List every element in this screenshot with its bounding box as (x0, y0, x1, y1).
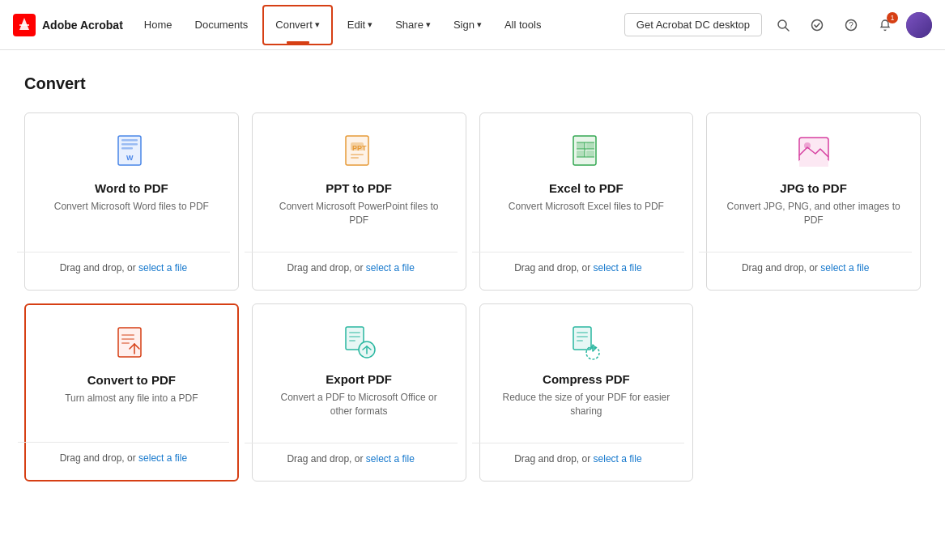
notifications-button[interactable]: 1 (872, 12, 898, 38)
select-file-link-export[interactable]: select a file (366, 453, 415, 465)
app-logo[interactable]: Adobe Acrobat (13, 14, 123, 36)
nav-home[interactable]: Home (133, 0, 184, 50)
tool-card-jpg-to-pdf[interactable]: JPG to PDF Convert JPG, PNG, and other i… (706, 112, 921, 291)
svg-point-3 (812, 19, 823, 30)
tool-card-export-pdf[interactable]: Export PDF Convert a PDF to Microsoft Of… (252, 303, 466, 482)
tool-name-ppt-to-pdf: PPT to PDF (326, 181, 392, 195)
svg-rect-41 (577, 336, 588, 337)
svg-rect-35 (349, 336, 360, 337)
nav-links: Home Documents Convert ▾ Edit ▾ Share ▾ … (133, 0, 624, 50)
help-button[interactable]: ? (838, 12, 864, 38)
select-file-link-convert[interactable]: select a file (138, 452, 187, 464)
tool-card-excel-to-pdf[interactable]: Excel to PDF Convert Microsoft Excel fil… (479, 112, 694, 291)
svg-rect-40 (577, 332, 588, 333)
svg-rect-14 (351, 157, 359, 159)
svg-rect-19 (577, 151, 585, 157)
tool-name-word-to-pdf: Word to PDF (95, 181, 168, 195)
svg-rect-42 (577, 340, 583, 342)
select-file-link-jpg[interactable]: select a file (820, 262, 869, 274)
svg-rect-13 (351, 154, 364, 155)
tools-grid: W Word to PDF Convert Microsoft Word fil… (24, 112, 921, 482)
svg-text:PPT: PPT (352, 144, 367, 152)
select-file-link-ppt[interactable]: select a file (366, 262, 415, 274)
nav-sign[interactable]: Sign ▾ (442, 0, 493, 50)
tool-action-jpg-to-pdf: Drag and drop, or select a file (699, 252, 912, 274)
nav-edit[interactable]: Edit ▾ (336, 0, 384, 50)
ppt-icon: PPT (339, 133, 378, 172)
app-name: Adobe Acrobat (42, 19, 123, 32)
tool-name-compress-pdf: Compress PDF (543, 372, 630, 386)
svg-rect-31 (121, 342, 130, 344)
svg-rect-34 (349, 332, 360, 333)
tool-desc-convert-to-pdf: Turn almost any file into a PDF (65, 392, 198, 429)
svg-rect-7 (121, 139, 138, 142)
tool-action-excel-to-pdf: Drag and drop, or select a file (472, 252, 685, 274)
navbar-right: Get Acrobat DC desktop ? 1 (624, 12, 932, 38)
tool-action-word-to-pdf: Drag and drop, or select a file (17, 252, 230, 274)
help-icon: ? (845, 19, 858, 32)
tool-name-convert-to-pdf: Convert to PDF (87, 373, 176, 387)
nav-share[interactable]: Share ▾ (384, 0, 442, 50)
notification-badge: 1 (887, 12, 898, 23)
export-pdf-icon (339, 324, 378, 363)
svg-rect-28 (118, 328, 141, 357)
select-file-link-compress[interactable]: select a file (594, 453, 642, 465)
tool-desc-export-pdf: Convert a PDF to Microsoft Office or oth… (269, 391, 449, 430)
avatar-image (906, 12, 932, 38)
svg-rect-17 (577, 142, 585, 149)
tool-card-compress-pdf[interactable]: Compress PDF Reduce the size of your PDF… (479, 303, 694, 482)
tool-name-excel-to-pdf: Excel to PDF (549, 181, 624, 195)
svg-rect-29 (121, 334, 134, 336)
check-button[interactable] (804, 12, 830, 38)
check-circle-icon (811, 19, 824, 32)
svg-rect-39 (573, 327, 591, 350)
select-file-link-word[interactable]: select a file (138, 262, 187, 274)
get-acrobat-button[interactable]: Get Acrobat DC desktop (624, 13, 762, 36)
svg-rect-36 (349, 340, 355, 342)
acrobat-logo-icon (13, 14, 36, 36)
tool-desc-jpg-to-pdf: Convert JPG, PNG, and other images to PD… (723, 200, 904, 239)
main-content: Convert W Word to PDF Convert Microsoft … (0, 50, 945, 506)
tool-card-word-to-pdf[interactable]: W Word to PDF Convert Microsoft Word fil… (24, 112, 239, 291)
convert-to-pdf-icon (112, 325, 151, 363)
select-file-link-excel[interactable]: select a file (594, 262, 642, 274)
tool-desc-word-to-pdf: Convert Microsoft Word files to PDF (54, 200, 209, 239)
user-avatar[interactable] (906, 12, 932, 38)
nav-all-tools[interactable]: All tools (493, 0, 553, 50)
search-icon (777, 19, 790, 32)
tool-card-convert-to-pdf[interactable]: Convert to PDF Turn almost any file into… (24, 303, 239, 482)
tool-action-export-pdf: Drag and drop, or select a file (245, 443, 458, 465)
excel-icon (567, 133, 606, 172)
compress-pdf-icon (567, 324, 606, 363)
tool-desc-excel-to-pdf: Convert Microsoft Excel files to PDF (509, 200, 664, 239)
tool-action-convert-to-pdf: Drag and drop, or select a file (18, 442, 229, 464)
tool-action-compress-pdf: Drag and drop, or select a file (472, 443, 685, 465)
search-button[interactable] (770, 12, 796, 38)
svg-rect-20 (586, 151, 594, 157)
word-icon: W (112, 133, 151, 172)
svg-rect-9 (121, 147, 133, 150)
tool-desc-ppt-to-pdf: Convert Microsoft PowerPoint files to PD… (269, 200, 449, 239)
page-title: Convert (24, 74, 921, 93)
svg-text:W: W (126, 154, 134, 162)
nav-convert[interactable]: Convert ▾ (262, 5, 333, 45)
svg-rect-30 (121, 338, 134, 340)
tool-card-ppt-to-pdf[interactable]: PPT PPT to PDF Convert Microsoft PowerPo… (252, 112, 466, 291)
navbar: Adobe Acrobat Home Documents Convert ▾ E… (0, 0, 945, 50)
nav-documents[interactable]: Documents (184, 0, 260, 50)
svg-rect-27 (799, 160, 828, 167)
tool-action-ppt-to-pdf: Drag and drop, or select a file (245, 252, 458, 274)
tool-name-jpg-to-pdf: JPG to PDF (780, 181, 847, 195)
tool-desc-compress-pdf: Reduce the size of your PDF for easier s… (496, 391, 677, 430)
svg-line-2 (785, 28, 789, 31)
svg-text:?: ? (849, 21, 853, 30)
svg-rect-25 (799, 138, 828, 162)
jpg-icon (794, 133, 833, 172)
svg-rect-8 (121, 143, 138, 146)
tool-name-export-pdf: Export PDF (326, 372, 392, 386)
svg-rect-18 (586, 142, 594, 149)
